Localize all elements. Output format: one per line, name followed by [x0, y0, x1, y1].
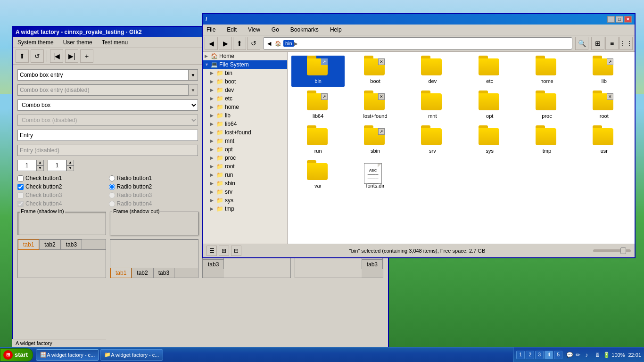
sidebar-item-opt[interactable]: ▶ 📁 opt [203, 145, 287, 154]
file-item-home[interactable]: home [520, 56, 573, 87]
spinner-2-up[interactable]: ▲ [66, 160, 74, 165]
file-item-usr[interactable]: usr [578, 125, 631, 156]
spinner-1-up[interactable]: ▲ [36, 160, 44, 165]
file-item-srv[interactable]: srv [406, 125, 459, 156]
file-item-mnt[interactable]: mnt [406, 90, 459, 122]
file-close-btn[interactable]: ✕ [624, 16, 632, 23]
menu-view[interactable]: View [246, 25, 262, 34]
bc-bin[interactable]: bin [283, 40, 294, 47]
sidebar-item-home2[interactable]: ▶ 📁 home [203, 103, 287, 111]
combo-box-entry-dropdown-btn[interactable]: ▼ [189, 69, 198, 81]
start-button[interactable]: ⊞ start [0, 348, 33, 362]
file-item-sbin[interactable]: ↗ sbin [348, 125, 402, 156]
sidebar-item-srv[interactable]: ▶ 📁 srv [203, 188, 287, 196]
reload-btn[interactable]: ↺ [247, 37, 260, 50]
sidebar-item-sys[interactable]: ▶ 📁 sys [203, 196, 287, 205]
taskbar-num-4[interactable]: 4 [545, 351, 553, 359]
spinner-1-down[interactable]: ▼ [36, 165, 44, 171]
menu-edit[interactable]: Edit [225, 25, 239, 34]
sidebar-item-etc[interactable]: ▶ 📁 etc [203, 94, 287, 103]
taskbar-num-2[interactable]: 2 [526, 351, 534, 359]
sidebar-item-lib64[interactable]: ▶ 📁 lib64 [203, 120, 287, 128]
radio-button-1[interactable] [109, 175, 115, 181]
radio-button-2[interactable] [109, 184, 115, 190]
file-item-etc[interactable]: etc [463, 56, 516, 87]
file-item-bin[interactable]: ↗ bin [291, 56, 345, 87]
sidebar-item-root[interactable]: ▶ 📁 root [203, 162, 287, 171]
menu-bookmarks[interactable]: Bookmarks [289, 25, 321, 34]
sidebar-item-proc[interactable]: ▶ 📁 proc [203, 154, 287, 162]
taskbar-item-widget[interactable]: 🪟 A widget factory - c... [36, 349, 99, 361]
status-icon-btn-2[interactable]: ⊞ [219, 246, 229, 256]
tab-left-3[interactable]: tab3 [203, 259, 224, 269]
file-item-root[interactable]: ✕ root [578, 90, 631, 122]
menu-test-menu[interactable]: Test menu [99, 38, 131, 47]
view-columns-btn[interactable]: ⋮⋮ [619, 37, 633, 50]
file-item-fontsdir[interactable]: ABC──────────── fonts.dir [348, 160, 402, 191]
taskbar-num-3[interactable]: 3 [535, 351, 544, 359]
menu-file[interactable]: File [205, 25, 217, 34]
menu-user-theme[interactable]: User theme [60, 38, 95, 47]
bc-left-arrow[interactable]: ◀ [265, 40, 273, 47]
file-item-lib[interactable]: ↗ lib [578, 56, 631, 87]
taskbar-num-1[interactable]: 1 [516, 351, 525, 359]
file-item-boot[interactable]: ✕ boot [348, 56, 402, 87]
sidebar-item-filesystem[interactable]: ▼ 💻 File System [203, 60, 287, 69]
sidebar-item-mnt[interactable]: ▶ 📁 mnt [203, 137, 287, 145]
file-maximize-btn[interactable]: □ [616, 16, 623, 23]
menu-go[interactable]: Go [270, 25, 281, 34]
sidebar-item-boot[interactable]: ▶ 📁 boot [203, 77, 287, 86]
slider-track[interactable] [593, 249, 631, 252]
file-item-run[interactable]: run [291, 125, 345, 156]
toolbar-first-btn[interactable]: |◀ [50, 49, 63, 63]
file-item-opt[interactable]: opt [463, 90, 516, 122]
menu-system-theme[interactable]: System theme [15, 38, 57, 47]
tab-top-1[interactable]: tab1 [18, 239, 39, 250]
sidebar-item-sbin[interactable]: ▶ 📁 sbin [203, 179, 287, 188]
status-icon-btn-3[interactable]: ⊟ [231, 246, 241, 256]
spinner-1-input[interactable] [17, 160, 36, 171]
tab-top-2[interactable]: tab2 [39, 239, 60, 249]
toolbar-refresh-btn[interactable]: ↺ [31, 49, 44, 63]
sidebar-item-lib[interactable]: ▶ 📁 lib [203, 111, 287, 120]
tab-bottom-1[interactable]: tab1 [110, 268, 132, 278]
sidebar-item-dev[interactable]: ▶ 📁 dev [203, 86, 287, 94]
taskbar-num-5[interactable]: 5 [554, 351, 562, 359]
check-button-2[interactable] [17, 184, 24, 190]
file-item-var[interactable]: var [291, 160, 345, 191]
forward-btn[interactable]: ▶ [219, 37, 232, 50]
tab-bottom-3[interactable]: tab3 [153, 268, 174, 278]
toolbar-last-btn[interactable]: ▶| [65, 49, 78, 63]
sidebar-item-tmp[interactable]: ▶ 📁 tmp [203, 205, 287, 213]
back-btn[interactable]: ◀ [205, 37, 218, 50]
view-list-btn[interactable]: ≡ [605, 37, 619, 50]
tab-bottom-2[interactable]: tab2 [132, 268, 153, 278]
bc-home-icon[interactable]: 🏠 [273, 40, 283, 47]
combo-box-entry-input[interactable] [17, 69, 189, 81]
tab-right-3[interactable]: tab3 [362, 259, 383, 269]
file-item-lib64[interactable]: ↗ lib64 [291, 90, 345, 122]
spinner-2-input[interactable] [48, 160, 66, 171]
check-button-1[interactable] [17, 175, 24, 181]
sidebar-item-run[interactable]: ▶ 📁 run [203, 171, 287, 179]
file-item-tmp[interactable]: tmp [520, 125, 573, 156]
file-item-dev[interactable]: dev [406, 56, 459, 87]
taskbar-item-file[interactable]: 📁 A widget factory - c... [100, 349, 163, 361]
sidebar-item-lostfound[interactable]: ▶ 📁 lost+found [203, 128, 287, 137]
combo-box-select[interactable]: Combo box [17, 99, 198, 111]
status-icon-btn-1[interactable]: ☰ [206, 246, 217, 256]
file-item-lostfound[interactable]: ✕ lost+found [348, 90, 402, 122]
file-item-sys[interactable]: sys [463, 125, 516, 156]
entry-input[interactable] [17, 130, 198, 141]
toolbar-up-btn[interactable]: ⬆ [16, 49, 29, 63]
tab-top-3[interactable]: tab3 [61, 239, 82, 249]
up-btn[interactable]: ⬆ [233, 37, 246, 50]
file-minimize-btn[interactable]: _ [607, 16, 615, 23]
sidebar-item-home[interactable]: ▶ 🏠 Home [203, 52, 287, 60]
search-btn[interactable]: 🔍 [575, 37, 588, 50]
view-icon-btn[interactable]: ⊞ [591, 37, 604, 50]
spinner-2-down[interactable]: ▼ [66, 165, 74, 171]
toolbar-add-btn[interactable]: + [80, 49, 93, 63]
file-item-proc[interactable]: proc [520, 90, 573, 122]
sidebar-item-bin[interactable]: ▶ 📁 bin [203, 69, 287, 77]
